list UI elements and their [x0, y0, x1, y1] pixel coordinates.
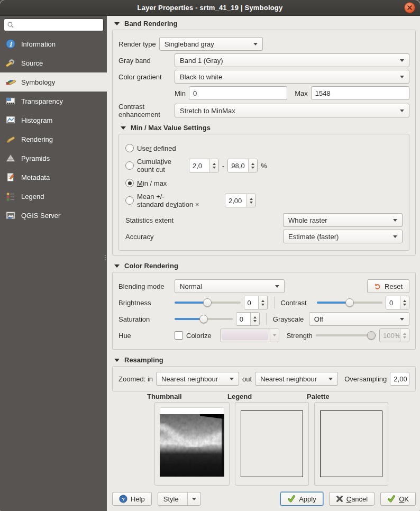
min-input[interactable]: 0	[189, 86, 287, 100]
layer-properties-dialog: Layer Properties - srtm_41_19 | Symbolog…	[0, 0, 420, 511]
mean-stddev-radio[interactable]	[125, 196, 134, 205]
mean-stddev-spinbox[interactable]: 2,00	[225, 194, 256, 207]
x-icon	[336, 495, 343, 503]
style-menu-arrow[interactable]	[187, 492, 200, 505]
legend-icon	[5, 190, 16, 202]
blending-mode-label: Blending mode	[118, 282, 171, 290]
color-gradient-combo[interactable]: Black to white	[175, 70, 409, 84]
resampling-collapse-icon[interactable]	[114, 359, 120, 362]
minmax-settings-header[interactable]: Min / Max Value Settings	[121, 124, 408, 132]
sidebar-item-rendering[interactable]: Rendering	[0, 130, 107, 149]
band-rendering-header[interactable]: Band Rendering	[114, 20, 415, 28]
sidebar-item-pyramids[interactable]: Pyramids	[0, 149, 107, 168]
chevron-down-icon	[393, 235, 397, 238]
titlebar[interactable]: Layer Properties - srtm_41_19 | Symbolog…	[0, 0, 420, 16]
sidebar-item-information[interactable]: i Information	[0, 34, 107, 53]
gray-band-label: Gray band	[118, 57, 171, 65]
oversampling-spinbox[interactable]: 2,00	[390, 372, 409, 386]
chevron-down-icon	[192, 498, 196, 500]
band-rendering-collapse-icon[interactable]	[114, 22, 120, 25]
strength-spinbox[interactable]: 100%	[379, 328, 409, 342]
colorize-checkbox[interactable]	[175, 331, 183, 340]
saturation-spinbox[interactable]: 0	[236, 312, 260, 326]
close-icon	[407, 5, 413, 11]
spin-buttons[interactable]	[400, 296, 409, 309]
accuracy-combo[interactable]: Estimate (faster)	[283, 230, 403, 243]
sidebar-search[interactable]	[4, 19, 104, 31]
palette-box	[314, 402, 388, 486]
pyramids-icon	[5, 152, 16, 164]
colorize-color-button[interactable]	[220, 328, 279, 342]
saturation-slider[interactable]	[175, 315, 233, 323]
sidebar-item-metadata[interactable]: Metadata	[0, 168, 107, 187]
saturation-label: Saturation	[118, 315, 171, 323]
reset-button[interactable]: Reset	[367, 279, 409, 293]
statistics-extent-combo[interactable]: Whole raster	[283, 213, 403, 227]
cumulative-from-spinbox[interactable]: 2,0	[189, 159, 219, 172]
sidebar-item-qgis-server[interactable]: QGIS Server	[0, 206, 107, 225]
zoomed-in-combo[interactable]: Nearest neighbour	[156, 372, 239, 386]
splitter-handle[interactable]	[104, 255, 106, 263]
button-box: ? Help Style Apply	[112, 489, 416, 509]
colorize-label: Colorize	[186, 332, 212, 340]
check-icon	[387, 495, 396, 503]
brightness-spinbox[interactable]: 0	[244, 296, 268, 309]
min-max-radio[interactable]	[125, 179, 134, 187]
render-type-combo[interactable]: Singleband gray	[159, 37, 263, 51]
help-button[interactable]: ? Help	[112, 492, 152, 506]
strength-slider[interactable]	[316, 331, 376, 340]
chevron-down-icon	[253, 43, 258, 45]
histogram-icon	[5, 114, 16, 126]
spin-buttons[interactable]	[248, 159, 257, 172]
transparency-icon	[5, 95, 16, 107]
cancel-button[interactable]: Cancel	[329, 492, 375, 506]
contrast-enhancement-combo[interactable]: Stretch to MinMax	[175, 104, 409, 117]
style-button[interactable]: Style	[158, 492, 201, 506]
user-defined-label: User defined	[137, 144, 176, 152]
user-defined-radio[interactable]	[125, 144, 134, 152]
spin-buttons[interactable]	[209, 159, 218, 172]
check-icon	[287, 495, 296, 503]
color-rendering-collapse-icon[interactable]	[114, 264, 120, 268]
minmax-settings-collapse-icon[interactable]	[121, 126, 126, 130]
max-input[interactable]: 1548	[311, 86, 409, 100]
resampling-header[interactable]: Resampling	[114, 356, 415, 364]
color-rendering-header[interactable]: Color Rendering	[114, 262, 415, 270]
contrast-spinbox[interactable]: 0	[386, 296, 409, 309]
sidebar: i Information Source Symbology Transpare…	[0, 16, 107, 511]
cumulative-cut-label: Cumulative count cut	[137, 158, 186, 174]
min-max-label: Min / max	[137, 179, 167, 187]
spin-buttons[interactable]	[400, 329, 409, 342]
help-icon: ?	[119, 495, 127, 503]
zoomed-out-combo[interactable]: Nearest neighbour	[255, 372, 338, 386]
spin-buttons[interactable]	[258, 296, 267, 309]
ok-button[interactable]: OK	[380, 492, 416, 506]
apply-button[interactable]: Apply	[280, 492, 323, 506]
sidebar-item-source[interactable]: Source	[0, 53, 107, 72]
sidebar-item-symbology[interactable]: Symbology	[0, 72, 107, 92]
palette-area	[320, 410, 382, 477]
blending-mode-combo[interactable]: Normal	[175, 279, 285, 293]
cumulative-to-spinbox[interactable]: 98,0	[227, 159, 258, 172]
sidebar-item-transparency[interactable]: Transparency	[0, 92, 107, 111]
render-type-label: Render type	[118, 40, 156, 48]
sidebar-item-histogram[interactable]: Histogram	[0, 111, 107, 130]
cumulative-cut-radio[interactable]	[125, 161, 134, 170]
chevron-down-icon	[400, 59, 404, 62]
rendering-icon	[5, 133, 16, 145]
close-button[interactable]	[404, 2, 415, 13]
sidebar-item-legend[interactable]: Legend	[0, 187, 107, 206]
spin-buttons[interactable]	[246, 194, 255, 207]
grayscale-combo[interactable]: Off	[309, 312, 409, 326]
spin-buttons[interactable]	[250, 313, 259, 325]
metadata-icon	[5, 171, 16, 183]
gray-band-combo[interactable]: Band 1 (Gray)	[175, 53, 409, 67]
qgis-server-icon	[5, 209, 16, 221]
band-rendering-group: Render type Singleband gray Gray band Ba…	[112, 30, 416, 256]
chevron-down-icon	[393, 219, 397, 222]
contrast-enhancement-label: Contrast enhancement	[118, 103, 171, 118]
contrast-slider[interactable]	[317, 298, 383, 307]
brightness-slider[interactable]	[175, 298, 241, 307]
search-input[interactable]	[16, 21, 101, 29]
percent-label: %	[261, 162, 267, 170]
